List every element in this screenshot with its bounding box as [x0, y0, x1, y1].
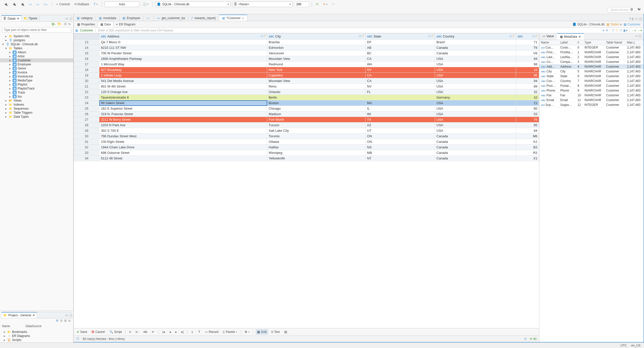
- meta-row[interactable]: 123Cus…Custo…0INTEGERCustomer2,147,483: [539, 45, 643, 50]
- project-item[interactable]: ▸📜Scripts: [2, 338, 72, 342]
- project-item[interactable]: ▸📁Bookmarks: [2, 330, 72, 334]
- tree-item[interactable]: ▸▦Album: [0, 50, 73, 54]
- link-icon[interactable]: ⇆: [68, 22, 71, 26]
- tx-mode-icon[interactable]: T: [92, 2, 99, 7]
- nav-filter-input[interactable]: [2, 27, 71, 33]
- tree-item[interactable]: ▸📂Views: [0, 99, 73, 103]
- nav-fwd-icon[interactable]: →▾: [637, 29, 642, 32]
- tree-item[interactable]: ▸▦Genre: [0, 66, 73, 70]
- tree-item[interactable]: ▾📁Tables: [0, 46, 73, 50]
- edit-row-icon[interactable]: ≡: [128, 330, 132, 334]
- editor-tab[interactable]: ▦category: [74, 15, 96, 21]
- tab-overflow[interactable]: » 5: [629, 17, 633, 21]
- meta-max-icon[interactable]: ▢: [639, 34, 641, 38]
- new-sql-icon[interactable]: ▭₊: [42, 2, 49, 7]
- tool-c-icon[interactable]: ↶: [331, 2, 336, 7]
- filter-dropdown-icon[interactable]: ▾: [603, 29, 604, 32]
- tab-project-general[interactable]: 📁 Project - General ✕: [1, 312, 37, 318]
- proj-min-icon[interactable]: ▭: [65, 314, 68, 317]
- proj-collapse-icon[interactable]: ⊟: [60, 319, 63, 322]
- table-row[interactable]: 148210 111 ST NWEdmontonABCanadaT6: [74, 45, 539, 51]
- row-num-header[interactable]: [74, 33, 99, 39]
- panels-button[interactable]: ▯ Panels: [222, 330, 238, 334]
- filter-hint[interactable]: Enter a SQL expression to filter results…: [98, 29, 601, 32]
- tree-item[interactable]: ▸▦Customer: [0, 58, 73, 62]
- proj-settings-icon[interactable]: ⚙: [56, 319, 59, 322]
- tab-projects[interactable]: 📁 Проек: [22, 16, 39, 21]
- meta-row[interactable]: 123Sup…Suppo…12INTEGERCustomer2,147,483: [539, 103, 643, 107]
- table-row[interactable]: 33696 Osborne StreetWinnipegMBCanadaR3: [74, 150, 539, 156]
- minimize-icon[interactable]: ▭: [65, 17, 68, 20]
- col-header[interactable]: ABCAddress▽↑?: [99, 33, 267, 39]
- col-header[interactable]: ABCCountry▽↑?: [435, 33, 516, 39]
- tree-item[interactable]: ▸▦Track: [0, 91, 73, 95]
- commit-mode-combo[interactable]: Auto: [104, 2, 140, 7]
- tree-item[interactable]: ▸▦MediaType: [0, 78, 73, 82]
- table-row[interactable]: 29302 S 700 ESalt Lake CityUTUSA84: [74, 128, 539, 134]
- add-row-icon[interactable]: ≡₊: [134, 330, 140, 334]
- meta-row[interactable]: ABCCo…Compa…3NVARCHARCustomer2,147,483: [539, 60, 643, 64]
- filter-clear-icon[interactable]: ⟳: [606, 29, 608, 32]
- table-row[interactable]: 191 Infinite LoopCupertinoCAUSA95: [74, 73, 539, 78]
- meta-tab-metadata[interactable]: ▦ MetaData ✕: [557, 33, 584, 40]
- table-row[interactable]: 22120 S Orange AveOrlandoFLUSA32: [74, 89, 539, 95]
- tree-item[interactable]: ▸🗄postgres: [0, 38, 73, 42]
- tree-item[interactable]: ▸📁System Info: [0, 34, 73, 38]
- tree-item[interactable]: ▸▦PlaylistTrack: [0, 86, 73, 91]
- table-row[interactable]: 281033 N Park AveTucsonAZUSA85: [74, 122, 539, 128]
- dbeaver-icon[interactable]: 🐿: [636, 7, 642, 12]
- save-button[interactable]: ✔Save: [76, 330, 88, 334]
- tree-item[interactable]: ▾🗄SQLite - Chinook.db: [0, 42, 73, 46]
- settings-icon[interactable]: ⚙: [244, 330, 251, 334]
- meta-col[interactable]: Max L: [625, 40, 643, 45]
- row-limit-input[interactable]: [294, 2, 309, 7]
- table-row[interactable]: 25162 E Superior StreetChicagoILUSA60: [74, 106, 539, 111]
- nav-back-icon[interactable]: ←▾: [631, 29, 636, 32]
- tool-a-icon[interactable]: ⟳: [314, 2, 320, 7]
- funnel-c-icon[interactable]: ▽: [620, 29, 622, 32]
- meta-min-icon[interactable]: ▭: [635, 34, 638, 38]
- editor-tab[interactable]: ▦*Customer✕: [219, 15, 248, 21]
- meta-row[interactable]: ABCPhonePhone9NVARCHARCustomer2,147,483: [539, 88, 643, 93]
- subtab-er[interactable]: ⌖ ER Diagram: [113, 21, 138, 27]
- quick-access-input[interactable]: Quick Access: [608, 7, 631, 13]
- export-a-icon[interactable]: ⤓: [190, 330, 194, 334]
- tree-item[interactable]: ▸▦Artist: [0, 54, 73, 58]
- meta-col[interactable]: Name: [539, 40, 559, 45]
- bc-tables[interactable]: ▦ Tables ▾: [607, 23, 622, 26]
- record-button[interactable]: ▭ Record: [204, 330, 220, 334]
- bc-table[interactable]: ▦ Customer: [624, 23, 640, 26]
- funnel-a-icon[interactable]: ▽: [612, 29, 614, 32]
- table-row[interactable]: 21801 W 4th StreetRenoNVUSA89: [74, 84, 539, 89]
- cancel-button[interactable]: ☒Cancel: [91, 330, 106, 334]
- tree-item[interactable]: ▸▦Playlist: [0, 82, 73, 86]
- editor-tab[interactable]: ▦Employee: [119, 15, 143, 21]
- tree-item[interactable]: ▸▦foo: [0, 95, 73, 99]
- meta-row[interactable]: ABCEmailEmail11NVARCHARCustomer2,147,483: [539, 98, 643, 103]
- proj-add-icon[interactable]: ⊞: [64, 319, 67, 322]
- data-grid[interactable]: ABCAddress▽↑?ABCCity▽↑?ABCState▽↑?ABCCou…: [74, 33, 539, 328]
- meta-tab-value[interactable]: ▭ Value: [539, 33, 557, 40]
- datasource-combo[interactable]: 📘 SQLite - Chinook.db▾: [155, 2, 231, 7]
- table-row[interactable]: 13Qe 7 Bloco GBrasíliaDFBrazil71: [74, 39, 539, 45]
- table-row[interactable]: 2469 Salem StreetBostonMAUSA21: [74, 100, 539, 106]
- table-row[interactable]: 32194A Chain Lake DriveHalifaxNSCanadaB3: [74, 145, 539, 150]
- tool-b-icon[interactable]: ✎: [321, 2, 329, 7]
- project-item[interactable]: ▸⌖ER Diagrams: [2, 334, 72, 338]
- grid-view-button[interactable]: ▦ Grid: [256, 329, 268, 334]
- meta-row[interactable]: ABCStateState6NVARCHARCustomer2,147,483: [539, 74, 643, 79]
- tree-item[interactable]: ▸📁Sequences: [0, 107, 73, 111]
- tab-max-icon[interactable]: ▢: [639, 17, 642, 20]
- proj-max-icon[interactable]: ▢: [69, 314, 72, 317]
- text-view-button[interactable]: ⎘ Text: [270, 330, 281, 334]
- table-row[interactable]: 18627 BroadwayNew YorkNYUSA10: [74, 67, 539, 73]
- tree-item[interactable]: ▸▦Invoice: [0, 70, 73, 74]
- rollback-button[interactable]: ⟲ Rollback: [73, 2, 91, 7]
- meta-col[interactable]: #: [576, 40, 583, 45]
- next-page-icon[interactable]: ▸: [174, 330, 178, 334]
- connect-icon[interactable]: 🔌: [3, 2, 9, 7]
- tab-databases[interactable]: 🗄 Datab ✕: [1, 15, 22, 21]
- database-tree[interactable]: ▸📁System Info▸🗄postgres▾🗄SQLite - Chinoo…: [0, 34, 73, 311]
- schema-combo[interactable]: 🗄 <None>▾: [232, 2, 293, 7]
- subtab-data[interactable]: ▦ Data: [98, 21, 113, 28]
